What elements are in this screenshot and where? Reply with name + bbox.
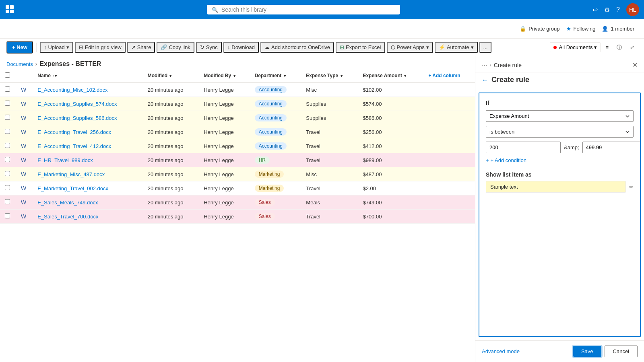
settings-icon[interactable]: ⚙ [604, 6, 610, 14]
row-checkbox[interactable] [0, 210, 16, 224]
header-department[interactable]: Department ▾ [250, 69, 301, 82]
header-name[interactable]: Name ↑▾ [33, 69, 142, 82]
row-select[interactable] [5, 171, 10, 176]
row-modified-by: Henry Legge [199, 181, 250, 195]
value-to-input[interactable] [582, 142, 641, 153]
row-checkbox[interactable] [0, 181, 16, 195]
power-apps-button[interactable]: ⬡ Power Apps ▾ [387, 42, 433, 53]
row-expense-type: Travel [301, 181, 358, 195]
row-select[interactable] [5, 129, 10, 134]
file-name-link[interactable]: E_Marketing_Misc_487.docx [37, 171, 105, 177]
file-name-link[interactable]: E_Marketing_Travel_002.docx [37, 185, 108, 191]
file-name-link[interactable]: E_Accounting_Travel_412.docx [37, 143, 111, 149]
row-add-column [423, 125, 475, 139]
row-select[interactable] [5, 86, 10, 92]
row-modified-by: Henry Legge [199, 153, 250, 167]
table-row: W E_Accounting_Travel_412.docx 20 minute… [0, 139, 475, 153]
edit-style-icon[interactable]: ✏ [629, 184, 634, 190]
row-select[interactable] [5, 185, 10, 190]
row-name[interactable]: E_Sales_Travel_700.docx [33, 210, 142, 224]
copy-link-button[interactable]: 🔗 Copy link [157, 42, 194, 53]
add-condition-button[interactable]: + + Add condition [486, 157, 634, 163]
row-select[interactable] [5, 101, 10, 106]
power-apps-label: Power Apps [397, 44, 425, 50]
notification-icon[interactable]: ↩ [592, 6, 598, 14]
sync-button[interactable]: ↻ Sync [196, 42, 222, 53]
header-expense-amount[interactable]: Expense Amount ▾ [358, 69, 423, 82]
row-checkbox[interactable] [0, 82, 16, 97]
search-input[interactable] [221, 6, 395, 13]
row-name[interactable]: E_Marketing_Misc_487.docx [33, 167, 142, 181]
file-name-link[interactable]: E_Sales_Meals_749.docx [37, 200, 98, 206]
header-modified-by[interactable]: Modified By ▾ [199, 69, 250, 82]
filter-button[interactable]: ≡ [602, 43, 612, 52]
automate-button[interactable]: ⚡ Automate ▾ [435, 42, 478, 53]
close-icon[interactable]: ✕ [632, 61, 638, 69]
row-name[interactable]: E_Accounting_Travel_412.docx [33, 139, 142, 153]
file-name-link[interactable]: E_HR_Travel_989.docx [37, 157, 93, 163]
value-from-input[interactable] [486, 142, 561, 153]
fullscreen-button[interactable]: ⤢ [627, 43, 638, 52]
all-documents-button[interactable]: All Documents ▾ [550, 42, 601, 52]
download-button[interactable]: ↓ Download [223, 42, 259, 53]
more-button[interactable]: ... [479, 42, 492, 53]
help-icon[interactable]: ? [616, 6, 620, 13]
export-excel-button[interactable]: ⊞ Export to Excel [336, 42, 385, 53]
row-select[interactable] [5, 213, 10, 218]
file-name-link[interactable]: E_Sales_Travel_700.docx [37, 214, 98, 220]
row-name[interactable]: E_HR_Travel_989.docx [33, 153, 142, 167]
save-button[interactable]: Save [573, 346, 601, 357]
row-select[interactable] [5, 199, 10, 204]
header-modified[interactable]: Modified ▾ [143, 69, 199, 82]
row-name[interactable]: E_Accounting_Misc_102.docx [33, 82, 142, 97]
row-add-column [423, 167, 475, 181]
group-bar: 🔒 Private group ★ Following 👤 1 member [0, 19, 644, 39]
edit-grid-button[interactable]: ⊞ Edit in grid view [75, 42, 126, 53]
share-button[interactable]: ↗ Share [127, 42, 155, 53]
row-checkbox[interactable] [0, 139, 16, 153]
row-name[interactable]: E_Accounting_Supplies_574.docx [33, 97, 142, 111]
file-name-link[interactable]: E_Accounting_Travel_256.docx [37, 129, 111, 135]
breadcrumb-parent[interactable]: Documents [6, 61, 33, 67]
select-all-checkbox[interactable] [5, 72, 10, 78]
row-select[interactable] [5, 115, 10, 120]
back-button[interactable]: ← [482, 76, 488, 84]
row-name[interactable]: E_Marketing_Travel_002.docx [33, 181, 142, 195]
condition-operator-select[interactable]: is betweenis equal tois not equal tois g… [486, 126, 634, 138]
file-name-link[interactable]: E_Accounting_Misc_102.docx [37, 87, 107, 93]
panel-nav-dots[interactable]: ··· [482, 62, 487, 69]
row-expense-type: Supplies [301, 111, 358, 125]
row-checkbox[interactable] [0, 125, 16, 139]
row-expense-type: Travel [301, 153, 358, 167]
file-name-link[interactable]: E_Accounting_Supplies_586.docx [37, 115, 117, 121]
condition-field-select[interactable]: Expense AmountDepartmentExpense TypeName [486, 110, 634, 122]
following-item[interactable]: ★ Following [566, 26, 596, 32]
row-name[interactable]: E_Sales_Meals_749.docx [33, 195, 142, 210]
row-select[interactable] [5, 157, 10, 162]
row-checkbox[interactable] [0, 97, 16, 111]
row-checkbox[interactable] [0, 195, 16, 210]
row-expense-amount: $586.00 [358, 111, 423, 125]
add-shortcut-button[interactable]: ☁ Add shortcut to OneDrive [260, 42, 334, 53]
row-checkbox[interactable] [0, 153, 16, 167]
row-department: Sales [250, 195, 301, 210]
header-checkbox[interactable] [0, 69, 16, 82]
cancel-button[interactable]: Cancel [605, 346, 638, 357]
header-add-column[interactable]: + Add column [423, 69, 475, 82]
header-expense-type[interactable]: Expense Type ▾ [301, 69, 358, 82]
file-name-link[interactable]: E_Accounting_Supplies_574.docx [37, 101, 117, 107]
row-name[interactable]: E_Accounting_Supplies_586.docx [33, 111, 142, 125]
advanced-mode-link[interactable]: Advanced mode [482, 348, 520, 354]
word-icon: W [21, 101, 26, 107]
info-button[interactable]: ⓘ [613, 42, 625, 53]
upload-button[interactable]: ↑ Upload ▾ [40, 42, 73, 53]
department-badge: Accounting [255, 114, 287, 121]
row-select[interactable] [5, 143, 10, 148]
search-box[interactable]: 🔍 [207, 5, 400, 14]
table-row: W E_Accounting_Supplies_586.docx 20 minu… [0, 111, 475, 125]
avatar[interactable]: HL [626, 3, 639, 16]
row-checkbox[interactable] [0, 167, 16, 181]
new-button[interactable]: + New [6, 41, 33, 53]
row-checkbox[interactable] [0, 111, 16, 125]
row-name[interactable]: E_Accounting_Travel_256.docx [33, 125, 142, 139]
